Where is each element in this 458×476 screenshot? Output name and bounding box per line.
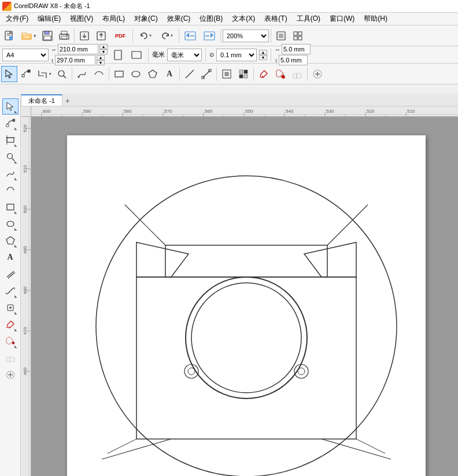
tool-freehand[interactable]: ◣ (2, 165, 19, 182)
undo-button[interactable]: ▾ (135, 28, 156, 44)
height-spin[interactable]: ▲ ▼ (97, 55, 105, 65)
drawing-svg (67, 135, 426, 476)
fill-tool-btn[interactable] (272, 66, 289, 82)
tool-fill[interactable]: ◣ (2, 333, 19, 349)
tab-add-button[interactable]: + (62, 95, 73, 106)
tool-interactive[interactable]: ◣ (2, 300, 19, 316)
height-down[interactable]: ▼ (97, 60, 105, 65)
height-input[interactable] (55, 55, 95, 65)
crop-tool-btn[interactable]: ▾ (35, 66, 53, 82)
window-title: CorelDRAW X8 - 未命名 -1 (14, 2, 90, 10)
add-tool-btn[interactable] (309, 66, 326, 82)
eraser-tool-btn[interactable] (289, 66, 305, 82)
tool-text[interactable]: A (2, 249, 19, 265)
new-button[interactable]: + (1, 28, 17, 44)
tab-unnamed[interactable]: 未命名 -1 (21, 94, 62, 106)
special2-button[interactable] (200, 28, 219, 44)
menu-layout[interactable]: 布局(L) (98, 13, 130, 25)
tool-smooth[interactable] (2, 182, 19, 198)
pdf-button[interactable]: PDF (110, 28, 131, 44)
menu-help[interactable]: 帮助(H) (359, 13, 392, 25)
toolbar2: A4 ↔ ▲ ▼ ↕ ▲ ▼ (0, 46, 458, 64)
grid-button[interactable] (290, 28, 306, 44)
import-button[interactable] (76, 28, 93, 44)
export-button[interactable] (93, 28, 109, 44)
pattern-tool-btn[interactable] (235, 66, 252, 82)
height-up[interactable]: ▲ (97, 55, 105, 60)
tool-shape[interactable]: ◣ (2, 115, 19, 131)
tool-eyedropper[interactable]: ◣ (2, 316, 19, 333)
svg-line-135 (125, 205, 165, 245)
menu-file[interactable]: 文件(F) (1, 13, 33, 25)
menu-tools[interactable]: 工具(O) (292, 13, 325, 25)
lw-up[interactable]: ▲ (259, 50, 267, 55)
special1-button[interactable] (181, 28, 200, 44)
page-size-select[interactable]: A4 (2, 49, 49, 61)
tool-connector[interactable]: ◣ (2, 283, 19, 299)
svg-text:470: 470 (23, 327, 28, 335)
menu-view[interactable]: 视图(V) (65, 13, 98, 25)
svg-point-63 (7, 222, 14, 227)
line-tool-btn[interactable] (182, 66, 198, 82)
line-width-spin[interactable]: ▲ ▼ (259, 50, 267, 60)
svg-rect-56 (13, 119, 15, 121)
text-tool-btn[interactable]: A (161, 66, 178, 82)
menu-bitmap[interactable]: 位图(B) (195, 13, 227, 25)
menu-object[interactable]: 对象(C) (130, 13, 162, 25)
smooth-tool-btn[interactable] (91, 66, 107, 82)
landscape-button[interactable] (128, 47, 145, 63)
lw-down[interactable]: ▼ (259, 55, 267, 60)
svg-rect-30 (132, 51, 141, 58)
svg-rect-55 (6, 124, 9, 127)
svg-rect-32 (28, 70, 30, 72)
redo-button[interactable]: ▾ (156, 28, 177, 44)
svg-rect-45 (239, 70, 243, 73)
canvas-area[interactable]: 600 590 580 570 560 550 540 530 520 510 (21, 106, 458, 476)
svg-marker-124 (136, 242, 189, 277)
portrait-button[interactable] (110, 47, 126, 63)
width-up[interactable]: ▲ (99, 44, 108, 49)
zoom-select[interactable]: 200% 50%75%100%150%300% (223, 29, 269, 42)
sep-t3-2 (109, 67, 109, 81)
menu-table[interactable]: 表格(T) (260, 13, 291, 25)
width-spin[interactable]: ▲ ▼ (99, 44, 108, 54)
freehand-tool-btn[interactable] (74, 66, 90, 82)
menu-effects[interactable]: 效果(C) (162, 13, 195, 25)
connector-tool-btn[interactable] (198, 66, 215, 82)
rect-tool-btn[interactable] (111, 66, 127, 82)
svg-text:540: 540 (286, 109, 294, 114)
line-width-select[interactable]: 0.1 mm (216, 49, 257, 61)
tool-rect[interactable]: ◣ (2, 199, 19, 215)
svg-line-126 (102, 439, 171, 459)
open-button[interactable]: ▾ (18, 28, 39, 44)
tool-zoom[interactable]: ◣ (2, 149, 19, 165)
save-button[interactable] (39, 28, 56, 44)
node-tool-btn[interactable] (18, 66, 34, 82)
menu-edit[interactable]: 编辑(E) (33, 13, 65, 25)
polygon-tool-btn[interactable] (145, 66, 161, 82)
tool-parallel[interactable] (2, 266, 19, 282)
tool-ellipse[interactable]: ◣ (2, 216, 19, 232)
eyedropper-tool-btn[interactable] (256, 66, 272, 82)
unit-select[interactable]: 毫米cminchpx (167, 49, 202, 61)
drawing-canvas[interactable] (67, 135, 426, 476)
tool-add[interactable] (2, 367, 19, 383)
width-down[interactable]: ▼ (99, 49, 108, 54)
height-icon: ↕ (51, 57, 54, 64)
menu-window[interactable]: 窗口(W) (325, 13, 359, 25)
nudge-v-input[interactable] (279, 55, 308, 65)
width-input[interactable] (58, 44, 98, 54)
zoom-tool-btn[interactable] (54, 66, 70, 82)
print-button[interactable] (56, 28, 72, 44)
ellipse-tool-btn[interactable] (128, 66, 144, 82)
transform-tool-btn[interactable] (219, 66, 235, 82)
tool-eraser[interactable] (2, 350, 19, 366)
svg-rect-31 (22, 75, 24, 77)
tool-polygon[interactable]: ◣ (2, 233, 19, 249)
select-tool-btn[interactable] (1, 66, 17, 82)
nudge-h-input[interactable] (282, 44, 311, 54)
view-fit-button[interactable] (273, 28, 289, 44)
menu-text[interactable]: 文本(X) (227, 13, 260, 25)
tool-select[interactable]: ◣ (2, 98, 19, 115)
tool-crop[interactable]: ◣ (2, 132, 19, 148)
